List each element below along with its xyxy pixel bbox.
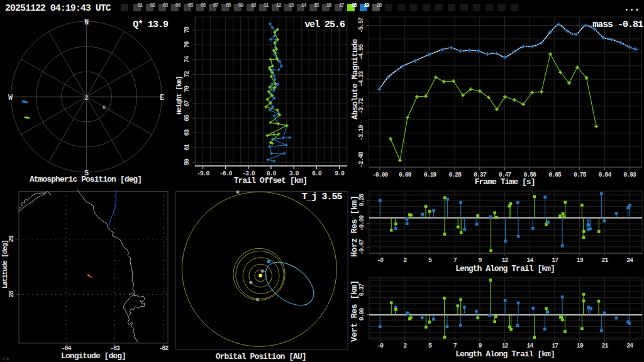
- svg-text:12: 12: [502, 343, 509, 349]
- svg-text:61: 61: [184, 144, 191, 151]
- svg-text:03: 03: [162, 2, 169, 9]
- svg-text:-2.48: -2.48: [358, 151, 365, 167]
- svg-text:19: 19: [577, 257, 584, 264]
- svg-text:09: 09: [238, 2, 244, 9]
- svg-text:07: 07: [213, 2, 219, 9]
- svg-text:2: 2: [403, 257, 407, 264]
- svg-text:72: 72: [184, 70, 191, 77]
- svg-text:-0.09: -0.09: [358, 215, 365, 231]
- svg-text:6.0: 6.0: [312, 170, 322, 177]
- svg-text:24: 24: [626, 257, 633, 264]
- svg-text:W: W: [8, 94, 13, 102]
- svg-text:63: 63: [184, 129, 191, 136]
- svg-text:-9.0: -9.0: [197, 170, 210, 177]
- svg-text:Q* 13.9: Q* 13.9: [133, 19, 169, 30]
- svg-text:Length Along Trail [km]: Length Along Trail [km]: [455, 349, 555, 359]
- svg-text:Length Along Trail [km]: Length Along Trail [km]: [455, 264, 555, 273]
- svg-text:14: 14: [526, 343, 533, 349]
- svg-text:Frame Time [s]: Frame Time [s]: [475, 177, 535, 187]
- svg-text:02: 02: [150, 2, 156, 9]
- svg-text:19: 19: [577, 343, 584, 349]
- svg-text:06: 06: [200, 2, 206, 9]
- svg-text:Horz Res [km]: Horz Res [km]: [350, 195, 359, 257]
- svg-text:vel 25.6: vel 25.6: [304, 19, 345, 30]
- svg-text:17: 17: [338, 2, 345, 9]
- svg-text:7: 7: [453, 343, 457, 349]
- svg-text:7: 7: [453, 257, 457, 264]
- svg-text:14: 14: [526, 257, 533, 264]
- svg-text:70: 70: [184, 85, 191, 92]
- svg-text:01: 01: [137, 2, 143, 9]
- svg-text:12: 12: [502, 257, 509, 264]
- svg-text:17: 17: [552, 343, 558, 349]
- svg-text:Latitude [deg]: Latitude [deg]: [1, 240, 9, 288]
- svg-text:Orbital Position [AU]: Orbital Position [AU]: [216, 352, 306, 361]
- svg-text:0.93: 0.93: [623, 172, 636, 178]
- svg-text:29: 29: [8, 236, 15, 243]
- svg-text:Vert Res [km]: Vert Res [km]: [350, 280, 359, 342]
- svg-text:5: 5: [428, 343, 432, 349]
- svg-text:Z: Z: [84, 94, 89, 102]
- svg-text:11: 11: [263, 2, 269, 9]
- svg-text:9.0: 9.0: [335, 170, 345, 177]
- svg-text:21: 21: [602, 257, 609, 264]
- svg-text:0.28: 0.28: [448, 172, 462, 178]
- svg-text:E: E: [160, 94, 164, 102]
- svg-text:20251122 04:19:43 UTC: 20251122 04:19:43 UTC: [5, 3, 111, 14]
- svg-text:0.09: 0.09: [399, 172, 412, 178]
- svg-text:21: 21: [602, 343, 609, 349]
- svg-text:67: 67: [184, 100, 191, 107]
- svg-text:Atmospheric Position [deg]: Atmospheric Position [deg]: [30, 175, 142, 184]
- svg-text:mass -0.81: mass -0.81: [592, 19, 643, 30]
- svg-text:5: 5: [428, 257, 432, 264]
- svg-text:-0.00: -0.00: [372, 172, 388, 178]
- svg-text:-0: -0: [377, 257, 384, 264]
- svg-text:10: 10: [250, 2, 257, 9]
- svg-text:24: 24: [626, 343, 633, 349]
- svg-text:78: 78: [184, 26, 191, 33]
- svg-text:08: 08: [225, 2, 231, 9]
- svg-text:T_j 3.55: T_j 3.55: [302, 192, 343, 202]
- svg-text:14: 14: [301, 2, 307, 9]
- svg-text:9: 9: [478, 257, 482, 264]
- svg-text:0.00: 0.00: [358, 308, 365, 321]
- svg-text:Absolute Magnitude: Absolute Magnitude: [350, 38, 360, 119]
- svg-text:0.28: 0.28: [358, 194, 365, 207]
- svg-text:74: 74: [184, 56, 191, 63]
- svg-text:76: 76: [184, 41, 191, 48]
- svg-text:15: 15: [313, 2, 319, 9]
- svg-text:19: 19: [364, 2, 370, 9]
- svg-text:20: 20: [376, 2, 382, 9]
- svg-text:R: R: [103, 104, 106, 110]
- svg-text:-82: -82: [159, 345, 169, 352]
- svg-text:Height [km]: Height [km]: [175, 77, 183, 115]
- svg-text:-0.47: -0.47: [358, 239, 365, 255]
- svg-text:65: 65: [184, 114, 191, 121]
- svg-text:-3.10: -3.10: [358, 124, 365, 140]
- svg-text:Longitude [deg]: Longitude [deg]: [61, 351, 126, 361]
- svg-text:0.37: 0.37: [358, 283, 365, 297]
- svg-text:28: 28: [8, 290, 15, 297]
- svg-text:0.65: 0.65: [548, 172, 562, 178]
- svg-text:16: 16: [326, 2, 332, 9]
- svg-text:04: 04: [175, 2, 181, 9]
- svg-text:12: 12: [275, 2, 282, 9]
- svg-text:59: 59: [184, 158, 191, 165]
- svg-text:rjw: rjw: [3, 356, 10, 361]
- svg-text:-5.57: -5.57: [358, 17, 365, 33]
- svg-text:-0: -0: [377, 343, 384, 349]
- svg-text:-6.0: -6.0: [219, 170, 233, 177]
- svg-text:Trail Offset [km]: Trail Offset [km]: [234, 176, 307, 185]
- svg-text:0.84: 0.84: [599, 172, 612, 178]
- svg-text:18: 18: [351, 2, 357, 9]
- svg-text:9: 9: [478, 343, 482, 349]
- svg-text:0.19: 0.19: [424, 172, 437, 178]
- svg-text:05: 05: [187, 2, 194, 9]
- svg-text:N: N: [84, 18, 89, 27]
- svg-text:13: 13: [288, 2, 294, 9]
- svg-text:0.75: 0.75: [574, 172, 587, 178]
- svg-text:2: 2: [403, 343, 407, 349]
- svg-text:17: 17: [552, 257, 558, 264]
